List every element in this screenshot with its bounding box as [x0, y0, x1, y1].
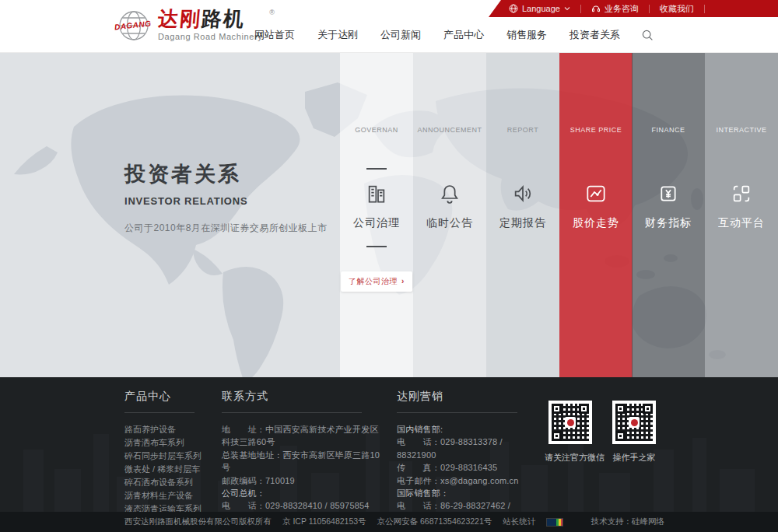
- qr-finder: [615, 431, 626, 441]
- copyright-text: 西安达刚路面机械股份有限公司版权所有: [124, 516, 272, 527]
- column-title-en: INTERACTIVE: [705, 126, 778, 134]
- stats-link[interactable]: 站长统计: [503, 516, 535, 527]
- nav-item-products[interactable]: 产品中心: [439, 25, 489, 45]
- page: DAGANG 达刚路机 Dagang Road Machinery ® 网站首页…: [0, 0, 778, 532]
- qr-finder: [552, 431, 562, 441]
- footer-heading-marketing: 达刚营销: [397, 390, 533, 404]
- chevron-down-icon: [564, 6, 570, 11]
- nav-item-about[interactable]: 关于达刚: [313, 25, 363, 45]
- footer-product-link[interactable]: 碎石同步封层车系列: [124, 450, 210, 463]
- tech-support-link[interactable]: 技术支持：硅峰网络: [591, 516, 665, 526]
- footer-product-link[interactable]: 碎石洒布设备系列: [124, 476, 210, 489]
- bell-icon: [413, 181, 486, 206]
- divider: [704, 5, 705, 13]
- wechat-qr-caption: 请关注官方微信: [545, 452, 596, 464]
- footer-product-link[interactable]: 液态沥青运输车系列: [124, 502, 210, 512]
- contact-base-address: 总装基地地址：西安市高新区毕原三路10号: [222, 449, 385, 474]
- domestic-sales-label: 国内销售部:: [397, 423, 533, 436]
- qr-center-logo: [629, 417, 640, 428]
- footer-heading-products: 产品中心: [124, 390, 210, 404]
- footer-product-link[interactable]: 沥青材料生产设备: [124, 489, 210, 502]
- ir-column-share-price[interactable]: SHARE PRICE 股价走势: [559, 53, 633, 377]
- search-icon[interactable]: [641, 29, 654, 41]
- consult-link[interactable]: 业务咨询: [591, 3, 639, 15]
- qr-finder: [615, 404, 626, 414]
- headset-icon: [591, 4, 601, 13]
- favorite-link[interactable]: 收藏我们: [660, 3, 694, 15]
- globe-logo-icon: DAGANG: [117, 9, 151, 43]
- operator-qr-caption: 操作手之家: [608, 452, 660, 464]
- favorite-label: 收藏我们: [660, 3, 694, 15]
- chart-icon: [559, 181, 633, 206]
- yuan-box-icon: [632, 181, 705, 206]
- ir-column-announcement[interactable]: ANNOUNCEMENT 临时公告: [413, 53, 486, 377]
- consult-label: 业务咨询: [605, 3, 639, 15]
- learn-governance-button[interactable]: 了解公司治理›: [341, 271, 412, 292]
- divider: [366, 168, 387, 170]
- investor-banner: 投资者关系 INVESTOR RELATIONS 公司于2010年8月在深圳证券…: [0, 53, 778, 377]
- nav-item-home[interactable]: 网站首页: [250, 25, 300, 45]
- footer-products-column: 产品中心 路面养护设备 沥青洒布车系列 碎石同步封层车系列 微表处 / 稀浆封层…: [124, 390, 210, 512]
- column-label-cn: 临时公告: [413, 216, 486, 230]
- language-label: Language: [522, 4, 560, 13]
- domestic-email: 电子邮件：xs@dagang.com.cn: [397, 474, 533, 487]
- divider: [397, 412, 517, 413]
- utility-bar: Language 业务咨询 收藏我们: [489, 0, 778, 17]
- nav-item-news[interactable]: 公司新闻: [376, 25, 426, 45]
- city-skyline-image: [0, 403, 778, 512]
- column-title-en: REPORT: [486, 126, 559, 134]
- footer-product-link[interactable]: 沥青洒布车系列: [124, 436, 210, 450]
- security-record-link[interactable]: 京公网安备 66871354623221号: [377, 516, 492, 527]
- column-title-en: ANNOUNCEMENT: [413, 126, 486, 134]
- column-label-cn: 互动平台: [705, 216, 778, 230]
- operator-qr-block: 操作手之家: [608, 401, 660, 464]
- wechat-qr-block: 请关注官方微信: [545, 401, 596, 464]
- wechat-qr-code: [548, 401, 592, 444]
- logo-cn-red: 达刚: [157, 7, 203, 30]
- ir-column-governance[interactable]: GOVERNAN 公司治理 了解公司治理›: [340, 53, 413, 377]
- ir-column-interactive[interactable]: INTERACTIVE 互动平台: [705, 53, 778, 377]
- domestic-phone: 电 话：029-88313378 / 88321900: [397, 436, 533, 461]
- footer-marketing-column: 达刚营销 国内销售部: 电 话：029-88313378 / 88321900 …: [397, 390, 533, 512]
- registered-mark: ®: [269, 9, 275, 16]
- copyright-bar: 西安达刚路面机械股份有限公司版权所有 京 ICP 11056482153号 京公…: [0, 512, 778, 532]
- page-title: 投资者关系: [124, 160, 328, 188]
- language-selector[interactable]: Language: [509, 4, 570, 13]
- domestic-fax: 传 真：029-88316435: [397, 461, 533, 474]
- stats-badge-icon[interactable]: [546, 518, 563, 527]
- footer-product-link[interactable]: 路面养护设备: [124, 423, 210, 436]
- divider: [649, 5, 650, 13]
- page-subtitle: INVESTOR RELATIONS: [124, 195, 328, 207]
- contact-switchboard-label: 公司总机：: [222, 487, 385, 499]
- divider: [366, 246, 387, 247]
- column-label-cn: 定期报告: [486, 216, 559, 230]
- footer-contact-column: 联系方式 地 址：中国西安高新技术产业开发区科技三路60号 总装基地地址：西安市…: [222, 390, 385, 512]
- contact-postcode: 邮政编码：710019: [222, 474, 385, 487]
- column-label-cn: 公司治理: [340, 216, 413, 230]
- contact-address: 地 址：中国西安高新技术产业开发区科技三路60号: [222, 423, 385, 449]
- qr-finder: [579, 404, 589, 414]
- ir-column-finance[interactable]: FINANCE 财务指标: [632, 53, 705, 377]
- footer-heading-contact: 联系方式: [222, 390, 385, 404]
- column-title-en: GOVERNAN: [340, 126, 413, 134]
- icp-link[interactable]: 京 ICP 11056482153号: [282, 516, 366, 527]
- building-icon: [340, 181, 413, 206]
- ir-column-report[interactable]: REPORT 定期报告: [486, 53, 559, 377]
- logo-cn-black: 路机: [201, 7, 247, 30]
- logo-en: Dagang Road Machinery: [158, 32, 262, 41]
- divider: [124, 412, 194, 413]
- column-title-en: FINANCE: [632, 126, 705, 134]
- logo-text: 达刚路机 Dagang Road Machinery: [158, 7, 262, 41]
- banner-intro: 投资者关系 INVESTOR RELATIONS 公司于2010年8月在深圳证券…: [124, 160, 328, 235]
- nav-item-investor[interactable]: 投资者关系: [565, 25, 625, 45]
- chevron-right-icon: ›: [401, 277, 405, 285]
- scan-icon: [705, 181, 778, 206]
- qr-center-logo: [565, 417, 576, 428]
- nav-item-sales[interactable]: 销售服务: [502, 25, 552, 45]
- speaker-icon: [486, 181, 559, 206]
- qr-finder: [552, 404, 562, 414]
- footer-product-link[interactable]: 微表处 / 稀浆封层车: [124, 463, 210, 476]
- intl-phone: 电 话：86-29-88327462 / 88328410-8805: [397, 499, 533, 512]
- operator-qr-code: [612, 401, 656, 444]
- column-title-en: SHARE PRICE: [559, 126, 633, 134]
